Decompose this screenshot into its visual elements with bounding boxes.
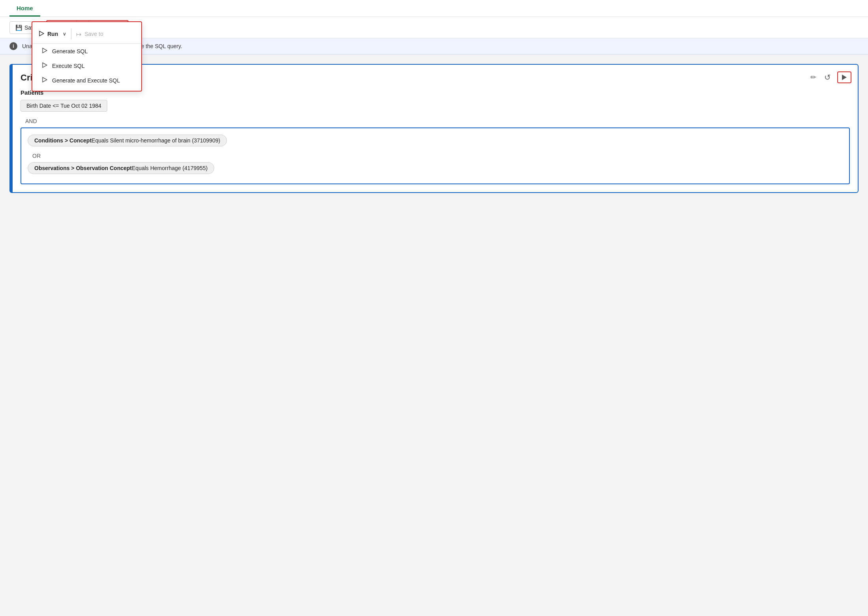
- observations-tag-text: Equals Hemorrhage (4179955): [132, 165, 208, 171]
- dropdown-item-execute-sql[interactable]: Execute SQL: [32, 58, 141, 73]
- svg-marker-2: [43, 48, 47, 53]
- panel-play-icon: [842, 75, 847, 80]
- save-icon: 💾: [15, 24, 22, 31]
- conditions-tag[interactable]: Conditions > Concept Equals Silent micro…: [28, 135, 227, 146]
- pencil-icon: ✏: [810, 73, 816, 81]
- dropdown-run-play-icon: [39, 31, 44, 37]
- panel-toolbar: ✏ ↺: [809, 71, 851, 84]
- dropdown-save-to-arrow-icon: ↦: [76, 30, 81, 38]
- and-label: AND: [25, 118, 850, 124]
- dropdown-item-generate-sql[interactable]: Generate SQL: [32, 44, 141, 58]
- generate-execute-sql-play-icon: [42, 77, 47, 84]
- toolbar: 💾 Save Run ∨ ↦ Save to: [0, 17, 868, 38]
- conditions-tag-text: Equals Silent micro-hemorrhage of brain …: [92, 137, 220, 144]
- generate-sql-play-icon: [42, 48, 47, 54]
- svg-marker-4: [43, 77, 47, 82]
- undo-button[interactable]: ↺: [823, 71, 832, 84]
- dropdown-item-generate-execute-sql[interactable]: Generate and Execute SQL: [32, 73, 141, 88]
- or-label: OR: [32, 153, 843, 159]
- tab-home[interactable]: Home: [9, 0, 40, 17]
- undo-icon: ↺: [824, 73, 831, 82]
- generate-sql-label: Generate SQL: [52, 48, 88, 54]
- edit-button[interactable]: ✏: [809, 71, 818, 83]
- panel-run-button[interactable]: [837, 71, 851, 83]
- birth-date-tag[interactable]: Birth Date <= Tue Oct 02 1984: [21, 100, 107, 112]
- execute-sql-label: Execute SQL: [52, 63, 85, 69]
- info-icon: i: [9, 42, 17, 50]
- patients-section-label: Patients: [21, 89, 850, 96]
- criteria-title: Crite: [21, 73, 850, 83]
- svg-marker-3: [43, 63, 47, 67]
- observations-tag-bold: Observations > Observation Concept: [34, 165, 132, 171]
- dropdown-divider: [71, 28, 71, 39]
- dropdown-run-label: Run: [47, 31, 58, 37]
- tab-bar: Home: [0, 0, 868, 17]
- conditions-tag-bold: Conditions > Concept: [34, 137, 92, 144]
- svg-marker-1: [39, 31, 44, 36]
- observations-tag[interactable]: Observations > Observation Concept Equal…: [28, 162, 214, 174]
- dropdown-save-to-label: Save to: [84, 31, 103, 37]
- run-dropdown-menu: Run ∨ ↦ Save to Generate SQL Execute SQL: [32, 21, 142, 92]
- nested-criteria-group: Conditions > Concept Equals Silent micro…: [21, 127, 850, 184]
- birth-date-tag-text: Birth Date <= Tue Oct 02 1984: [26, 103, 101, 109]
- dropdown-chevron-icon: ∨: [63, 31, 66, 37]
- dropdown-header: Run ∨ ↦ Save to: [32, 25, 141, 44]
- generate-execute-sql-label: Generate and Execute SQL: [52, 77, 120, 84]
- execute-sql-play-icon: [42, 62, 47, 69]
